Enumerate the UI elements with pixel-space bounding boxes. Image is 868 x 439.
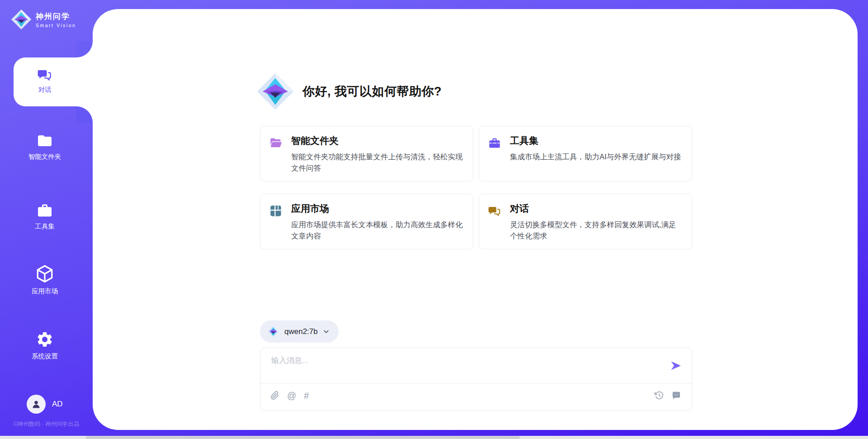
chevron-down-icon xyxy=(323,328,330,335)
mention-button[interactable]: @ xyxy=(287,391,296,401)
horizontal-scrollbar xyxy=(0,436,868,439)
greeting-text: 你好, 我可以如何帮助你? xyxy=(302,83,442,100)
copyright-text: ©神州数码 · 神州问学出品 xyxy=(0,420,93,428)
greeting-block: 你好, 我可以如何帮助你? xyxy=(256,72,442,110)
brand-subtitle: Smart Vision xyxy=(36,23,76,28)
send-icon[interactable] xyxy=(670,360,682,372)
history-icon xyxy=(654,391,664,400)
app-window: 神州问学 Smart Vision 对话 智能文件夹 工具集 应用市场 系统设置 xyxy=(0,0,868,439)
composer-tools-left: @ # xyxy=(270,391,309,401)
card-title: 应用市场 xyxy=(291,202,462,215)
message-composer: @ # xyxy=(260,348,692,411)
sidebar-item-app-market[interactable]: 应用市场 xyxy=(0,264,90,296)
sidebar-item-smart-folder[interactable]: 智能文件夹 xyxy=(0,133,90,161)
card-title: 工具集 xyxy=(510,134,681,147)
feature-cards: 智能文件夹 智能文件夹功能支持批量文件上传与清洗，轻松实现文件问答 工具集 集成… xyxy=(260,126,692,249)
composer-divider xyxy=(260,383,692,384)
card-chat[interactable]: 对话 灵活切换多模型文件，支持多样回复效果调试,满足个性化需求 xyxy=(479,194,692,249)
card-description: 集成市场上主流工具，助力AI与外界无缝扩展与对接 xyxy=(510,151,682,162)
composer-tools-right xyxy=(654,391,681,400)
model-selector[interactable]: qwen2:7b xyxy=(260,320,339,343)
sidebar-item-label: 应用市场 xyxy=(32,287,58,296)
sidebar-item-label: 对话 xyxy=(38,86,52,94)
chat-bubble-icon xyxy=(671,391,681,400)
avatar xyxy=(27,395,46,414)
card-app-market[interactable]: 应用市场 应用市场提供丰富长文本模板，助力高效生成多样化文章内容 xyxy=(260,194,473,249)
user-name: AD xyxy=(52,400,63,409)
tab-concave-top xyxy=(76,41,93,57)
model-logo-icon xyxy=(267,325,279,338)
toolbox-icon xyxy=(488,137,501,149)
model-name: qwen2:7b xyxy=(284,327,318,336)
sidebar-item-label: 工具集 xyxy=(35,222,55,231)
cube-icon xyxy=(35,264,54,283)
sidebar-item-settings[interactable]: 系统设置 xyxy=(0,330,90,361)
person-icon xyxy=(31,399,42,410)
assistant-logo-icon xyxy=(256,72,294,110)
chat-icon xyxy=(488,205,501,217)
card-description: 应用市场提供丰富长文本模板，助力高效生成多样化文章内容 xyxy=(291,219,463,242)
sidebar: 神州问学 Smart Vision 对话 智能文件夹 工具集 应用市场 系统设置 xyxy=(0,0,93,439)
card-title: 智能文件夹 xyxy=(291,134,462,147)
history-button[interactable] xyxy=(654,391,664,400)
sidebar-item-chat[interactable]: 对话 xyxy=(0,67,90,94)
user-profile[interactable]: AD xyxy=(27,395,63,414)
brand: 神州问学 Smart Vision xyxy=(11,9,76,30)
topic-button[interactable]: # xyxy=(304,391,309,401)
card-toolset[interactable]: 工具集 集成市场上主流工具，助力AI与外界无缝扩展与对接 xyxy=(479,126,692,181)
sidebar-item-label: 系统设置 xyxy=(32,352,58,361)
brand-text: 神州问学 Smart Vision xyxy=(36,11,76,28)
paperclip-icon xyxy=(270,391,279,401)
folder-open-icon xyxy=(269,137,282,149)
card-description: 智能文件夹功能支持批量文件上传与清洗，轻松实现文件问答 xyxy=(291,151,463,174)
card-title: 对话 xyxy=(510,202,681,215)
message-input[interactable] xyxy=(271,355,660,379)
chat-icon xyxy=(37,67,53,82)
toolbox-icon xyxy=(36,202,54,219)
gear-icon xyxy=(36,330,54,348)
brand-name: 神州问学 xyxy=(36,11,76,22)
card-smart-folder[interactable]: 智能文件夹 智能文件夹功能支持批量文件上传与清洗，轻松实现文件问答 xyxy=(260,126,473,181)
card-description: 灵活切换多模型文件，支持多样回复效果调试,满足个性化需求 xyxy=(510,219,682,242)
main-content: 你好, 我可以如何帮助你? 智能文件夹 智能文件夹功能支持批量文件上传与清洗，轻… xyxy=(93,9,858,430)
grid-icon xyxy=(269,205,282,217)
brand-logo-icon xyxy=(11,9,32,30)
sidebar-item-label: 智能文件夹 xyxy=(28,153,61,161)
folder-icon xyxy=(36,133,54,149)
scrollbar-thumb[interactable] xyxy=(86,436,520,439)
new-chat-button[interactable] xyxy=(671,391,681,400)
sidebar-item-toolset[interactable]: 工具集 xyxy=(0,202,90,231)
attach-file-button[interactable] xyxy=(270,391,279,401)
tab-concave-bottom xyxy=(76,106,93,123)
